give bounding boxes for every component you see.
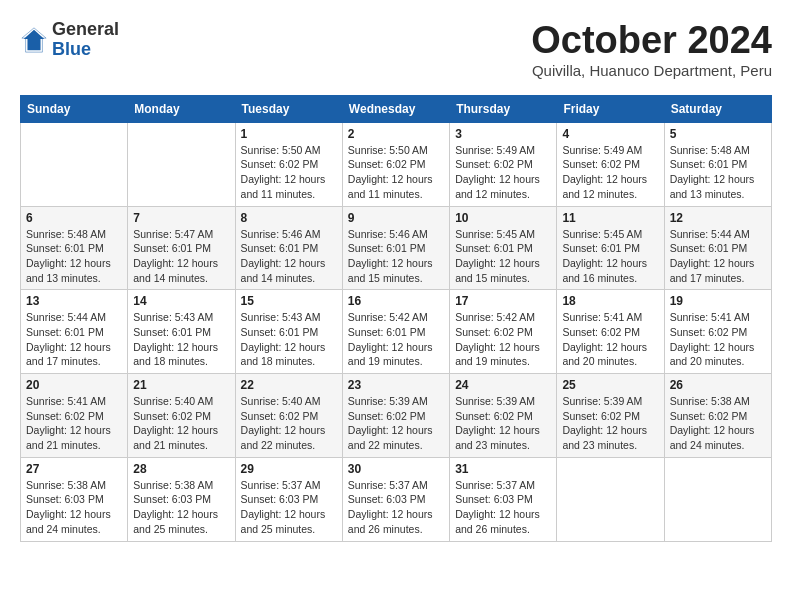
day-number: 2 bbox=[348, 127, 444, 141]
day-detail: Sunrise: 5:40 AM Sunset: 6:02 PM Dayligh… bbox=[241, 394, 337, 453]
day-detail: Sunrise: 5:40 AM Sunset: 6:02 PM Dayligh… bbox=[133, 394, 229, 453]
day-number: 3 bbox=[455, 127, 551, 141]
day-number: 6 bbox=[26, 211, 122, 225]
day-detail: Sunrise: 5:44 AM Sunset: 6:01 PM Dayligh… bbox=[670, 227, 766, 286]
day-number: 9 bbox=[348, 211, 444, 225]
calendar-week-row: 13Sunrise: 5:44 AM Sunset: 6:01 PM Dayli… bbox=[21, 290, 772, 374]
calendar-cell bbox=[128, 122, 235, 206]
calendar-week-row: 1Sunrise: 5:50 AM Sunset: 6:02 PM Daylig… bbox=[21, 122, 772, 206]
day-number: 13 bbox=[26, 294, 122, 308]
calendar-week-row: 6Sunrise: 5:48 AM Sunset: 6:01 PM Daylig… bbox=[21, 206, 772, 290]
day-number: 24 bbox=[455, 378, 551, 392]
calendar-cell bbox=[21, 122, 128, 206]
svg-marker-0 bbox=[24, 30, 45, 51]
day-number: 21 bbox=[133, 378, 229, 392]
day-number: 18 bbox=[562, 294, 658, 308]
day-number: 4 bbox=[562, 127, 658, 141]
day-number: 5 bbox=[670, 127, 766, 141]
calendar-cell: 30Sunrise: 5:37 AM Sunset: 6:03 PM Dayli… bbox=[342, 457, 449, 541]
calendar-cell bbox=[664, 457, 771, 541]
calendar-cell: 18Sunrise: 5:41 AM Sunset: 6:02 PM Dayli… bbox=[557, 290, 664, 374]
calendar-cell: 24Sunrise: 5:39 AM Sunset: 6:02 PM Dayli… bbox=[450, 374, 557, 458]
day-number: 29 bbox=[241, 462, 337, 476]
day-number: 16 bbox=[348, 294, 444, 308]
calendar-table: SundayMondayTuesdayWednesdayThursdayFrid… bbox=[20, 95, 772, 542]
calendar-cell: 14Sunrise: 5:43 AM Sunset: 6:01 PM Dayli… bbox=[128, 290, 235, 374]
calendar-header-row: SundayMondayTuesdayWednesdayThursdayFrid… bbox=[21, 95, 772, 122]
day-number: 30 bbox=[348, 462, 444, 476]
logo: General Blue bbox=[20, 20, 119, 60]
calendar-cell: 16Sunrise: 5:42 AM Sunset: 6:01 PM Dayli… bbox=[342, 290, 449, 374]
day-number: 22 bbox=[241, 378, 337, 392]
calendar-cell: 29Sunrise: 5:37 AM Sunset: 6:03 PM Dayli… bbox=[235, 457, 342, 541]
calendar-cell bbox=[557, 457, 664, 541]
day-header-saturday: Saturday bbox=[664, 95, 771, 122]
calendar-cell: 9Sunrise: 5:46 AM Sunset: 6:01 PM Daylig… bbox=[342, 206, 449, 290]
day-number: 14 bbox=[133, 294, 229, 308]
day-detail: Sunrise: 5:45 AM Sunset: 6:01 PM Dayligh… bbox=[455, 227, 551, 286]
day-number: 1 bbox=[241, 127, 337, 141]
calendar-cell: 5Sunrise: 5:48 AM Sunset: 6:01 PM Daylig… bbox=[664, 122, 771, 206]
calendar-cell: 11Sunrise: 5:45 AM Sunset: 6:01 PM Dayli… bbox=[557, 206, 664, 290]
day-detail: Sunrise: 5:49 AM Sunset: 6:02 PM Dayligh… bbox=[455, 143, 551, 202]
month-title: October 2024 bbox=[531, 20, 772, 62]
day-number: 10 bbox=[455, 211, 551, 225]
calendar-cell: 13Sunrise: 5:44 AM Sunset: 6:01 PM Dayli… bbox=[21, 290, 128, 374]
logo-general-label: General bbox=[52, 20, 119, 40]
day-number: 19 bbox=[670, 294, 766, 308]
day-number: 26 bbox=[670, 378, 766, 392]
calendar-cell: 23Sunrise: 5:39 AM Sunset: 6:02 PM Dayli… bbox=[342, 374, 449, 458]
calendar-cell: 7Sunrise: 5:47 AM Sunset: 6:01 PM Daylig… bbox=[128, 206, 235, 290]
calendar-cell: 6Sunrise: 5:48 AM Sunset: 6:01 PM Daylig… bbox=[21, 206, 128, 290]
day-detail: Sunrise: 5:45 AM Sunset: 6:01 PM Dayligh… bbox=[562, 227, 658, 286]
day-detail: Sunrise: 5:37 AM Sunset: 6:03 PM Dayligh… bbox=[241, 478, 337, 537]
day-detail: Sunrise: 5:48 AM Sunset: 6:01 PM Dayligh… bbox=[26, 227, 122, 286]
calendar-cell: 1Sunrise: 5:50 AM Sunset: 6:02 PM Daylig… bbox=[235, 122, 342, 206]
calendar-cell: 15Sunrise: 5:43 AM Sunset: 6:01 PM Dayli… bbox=[235, 290, 342, 374]
day-detail: Sunrise: 5:38 AM Sunset: 6:03 PM Dayligh… bbox=[26, 478, 122, 537]
day-header-thursday: Thursday bbox=[450, 95, 557, 122]
day-detail: Sunrise: 5:41 AM Sunset: 6:02 PM Dayligh… bbox=[26, 394, 122, 453]
day-header-monday: Monday bbox=[128, 95, 235, 122]
day-detail: Sunrise: 5:41 AM Sunset: 6:02 PM Dayligh… bbox=[562, 310, 658, 369]
day-detail: Sunrise: 5:41 AM Sunset: 6:02 PM Dayligh… bbox=[670, 310, 766, 369]
day-header-sunday: Sunday bbox=[21, 95, 128, 122]
day-detail: Sunrise: 5:46 AM Sunset: 6:01 PM Dayligh… bbox=[241, 227, 337, 286]
day-detail: Sunrise: 5:48 AM Sunset: 6:01 PM Dayligh… bbox=[670, 143, 766, 202]
day-number: 28 bbox=[133, 462, 229, 476]
calendar-cell: 27Sunrise: 5:38 AM Sunset: 6:03 PM Dayli… bbox=[21, 457, 128, 541]
day-number: 27 bbox=[26, 462, 122, 476]
day-header-friday: Friday bbox=[557, 95, 664, 122]
day-detail: Sunrise: 5:39 AM Sunset: 6:02 PM Dayligh… bbox=[562, 394, 658, 453]
day-detail: Sunrise: 5:43 AM Sunset: 6:01 PM Dayligh… bbox=[133, 310, 229, 369]
calendar-cell: 4Sunrise: 5:49 AM Sunset: 6:02 PM Daylig… bbox=[557, 122, 664, 206]
calendar-cell: 3Sunrise: 5:49 AM Sunset: 6:02 PM Daylig… bbox=[450, 122, 557, 206]
day-number: 25 bbox=[562, 378, 658, 392]
calendar-cell: 25Sunrise: 5:39 AM Sunset: 6:02 PM Dayli… bbox=[557, 374, 664, 458]
day-detail: Sunrise: 5:38 AM Sunset: 6:02 PM Dayligh… bbox=[670, 394, 766, 453]
day-number: 11 bbox=[562, 211, 658, 225]
logo-blue-label: Blue bbox=[52, 40, 119, 60]
day-number: 17 bbox=[455, 294, 551, 308]
day-detail: Sunrise: 5:42 AM Sunset: 6:02 PM Dayligh… bbox=[455, 310, 551, 369]
day-detail: Sunrise: 5:43 AM Sunset: 6:01 PM Dayligh… bbox=[241, 310, 337, 369]
calendar-cell: 28Sunrise: 5:38 AM Sunset: 6:03 PM Dayli… bbox=[128, 457, 235, 541]
calendar-cell: 10Sunrise: 5:45 AM Sunset: 6:01 PM Dayli… bbox=[450, 206, 557, 290]
day-detail: Sunrise: 5:39 AM Sunset: 6:02 PM Dayligh… bbox=[348, 394, 444, 453]
location-subtitle: Quivilla, Huanuco Department, Peru bbox=[531, 62, 772, 79]
calendar-cell: 21Sunrise: 5:40 AM Sunset: 6:02 PM Dayli… bbox=[128, 374, 235, 458]
day-number: 15 bbox=[241, 294, 337, 308]
calendar-cell: 17Sunrise: 5:42 AM Sunset: 6:02 PM Dayli… bbox=[450, 290, 557, 374]
calendar-cell: 20Sunrise: 5:41 AM Sunset: 6:02 PM Dayli… bbox=[21, 374, 128, 458]
day-detail: Sunrise: 5:44 AM Sunset: 6:01 PM Dayligh… bbox=[26, 310, 122, 369]
day-detail: Sunrise: 5:42 AM Sunset: 6:01 PM Dayligh… bbox=[348, 310, 444, 369]
calendar-cell: 12Sunrise: 5:44 AM Sunset: 6:01 PM Dayli… bbox=[664, 206, 771, 290]
logo-text: General Blue bbox=[52, 20, 119, 60]
day-detail: Sunrise: 5:37 AM Sunset: 6:03 PM Dayligh… bbox=[455, 478, 551, 537]
day-detail: Sunrise: 5:46 AM Sunset: 6:01 PM Dayligh… bbox=[348, 227, 444, 286]
calendar-cell: 2Sunrise: 5:50 AM Sunset: 6:02 PM Daylig… bbox=[342, 122, 449, 206]
day-number: 31 bbox=[455, 462, 551, 476]
calendar-week-row: 27Sunrise: 5:38 AM Sunset: 6:03 PM Dayli… bbox=[21, 457, 772, 541]
day-number: 12 bbox=[670, 211, 766, 225]
day-header-wednesday: Wednesday bbox=[342, 95, 449, 122]
